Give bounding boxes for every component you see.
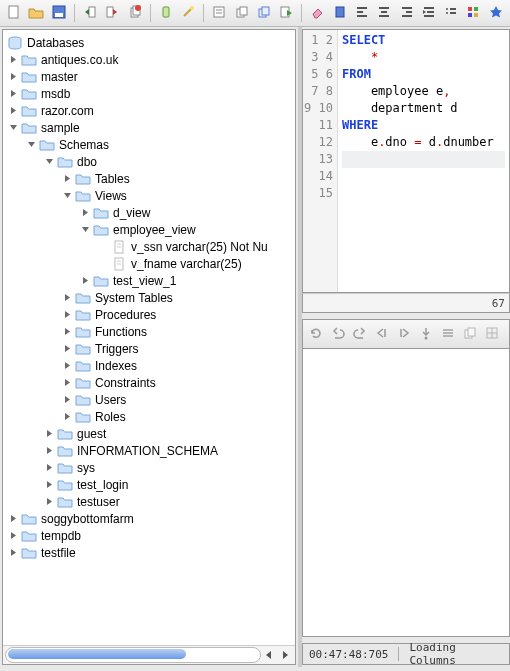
tree-item[interactable]: d_view (79, 204, 295, 221)
open-button[interactable] (26, 2, 46, 24)
disclosure-closed-icon[interactable] (61, 309, 73, 321)
tree-item[interactable]: msdb (7, 85, 295, 102)
code-area[interactable]: SELECT *FROM employee e, department dWHE… (338, 30, 509, 292)
disclosure-closed-icon[interactable] (7, 547, 19, 559)
disclosure-closed-icon[interactable] (43, 445, 55, 457)
results-panel[interactable] (302, 349, 510, 637)
code-line[interactable] (342, 219, 505, 236)
step-into-button[interactable] (417, 325, 435, 343)
copy2-button[interactable] (254, 2, 274, 24)
tree-item[interactable]: Schemas (25, 136, 295, 153)
code-line[interactable]: department d (342, 100, 505, 117)
align-center-button[interactable] (374, 2, 394, 24)
import-right-button[interactable] (102, 2, 122, 24)
tree-item[interactable]: soggybottomfarm (7, 510, 295, 527)
code-line[interactable]: * (342, 49, 505, 66)
code-line[interactable]: FROM (342, 66, 505, 83)
code-line[interactable]: WHERE (342, 117, 505, 134)
disclosure-closed-icon[interactable] (79, 275, 91, 287)
tree-item[interactable]: System Tables (61, 289, 295, 306)
tree-root[interactable]: Databases (7, 34, 295, 51)
disclosure-closed-icon[interactable] (7, 54, 19, 66)
list-button[interactable] (441, 2, 461, 24)
tree-item[interactable]: dbo (43, 153, 295, 170)
disclosure-closed-icon[interactable] (7, 530, 19, 542)
code-line[interactable] (342, 202, 505, 219)
tree-item[interactable]: Procedures (61, 306, 295, 323)
import-left-button[interactable] (80, 2, 100, 24)
tree-item[interactable]: Indexes (61, 357, 295, 374)
disclosure-closed-icon[interactable] (61, 292, 73, 304)
tree-item[interactable]: v_ssn varchar(25) Not Nu (97, 238, 295, 255)
tree-item[interactable]: master (7, 68, 295, 85)
redo-button[interactable] (351, 325, 369, 343)
wand-button[interactable] (178, 2, 198, 24)
disclosure-closed-icon[interactable] (7, 105, 19, 117)
tree-item[interactable]: Functions (61, 323, 295, 340)
tree-item[interactable]: Triggers (61, 340, 295, 357)
disclosure-closed-icon[interactable] (61, 394, 73, 406)
star-button[interactable] (486, 2, 506, 24)
disclosure-closed-icon[interactable] (7, 513, 19, 525)
step-back-button[interactable] (373, 325, 391, 343)
tree-hscroll[interactable] (3, 645, 295, 664)
disclosure-closed-icon[interactable] (61, 411, 73, 423)
code-line[interactable] (342, 253, 505, 270)
step-fwd-button[interactable] (395, 325, 413, 343)
scrollbar-track[interactable] (5, 647, 261, 663)
tree-item[interactable]: guest (43, 425, 295, 442)
code-line[interactable] (342, 151, 505, 168)
tree-item[interactable]: test_view_1 (79, 272, 295, 289)
scroll-right-icon[interactable] (278, 648, 292, 662)
disclosure-open-icon[interactable] (43, 156, 55, 168)
tree-item[interactable]: Users (61, 391, 295, 408)
tree-item[interactable]: sample (7, 119, 295, 136)
disclosure-closed-icon[interactable] (61, 173, 73, 185)
align-right-button[interactable] (396, 2, 416, 24)
disclosure-closed-icon[interactable] (61, 377, 73, 389)
tree-item[interactable]: INFORMATION_SCHEMA (43, 442, 295, 459)
disclosure-closed-icon[interactable] (79, 207, 91, 219)
tree-item[interactable]: v_fname varchar(25) (97, 255, 295, 272)
scroll-left-icon[interactable] (262, 648, 276, 662)
tree-item[interactable]: employee_view (79, 221, 295, 238)
tree-item[interactable]: testfile (7, 544, 295, 561)
tree-item[interactable]: razor.com (7, 102, 295, 119)
code-line[interactable] (342, 168, 505, 185)
disclosure-open-icon[interactable] (7, 122, 19, 134)
book-button[interactable] (330, 2, 350, 24)
new-button[interactable] (4, 2, 24, 24)
tree-item[interactable]: Views (61, 187, 295, 204)
disclosure-closed-icon[interactable] (61, 343, 73, 355)
disclosure-closed-icon[interactable] (43, 479, 55, 491)
code-line[interactable] (342, 236, 505, 253)
rows-button[interactable] (439, 325, 457, 343)
disclosure-closed-icon[interactable] (61, 326, 73, 338)
code-line[interactable] (342, 185, 505, 202)
sql-editor[interactable]: 1 2 3 4 5 6 7 8 9 10 11 12 13 14 15 SELE… (302, 29, 510, 293)
tree-item[interactable]: Constraints (61, 374, 295, 391)
code-line[interactable]: SELECT (342, 32, 505, 49)
tree-item[interactable]: Tables (61, 170, 295, 187)
copy-button[interactable] (231, 2, 251, 24)
tree-item[interactable]: antiques.co.uk (7, 51, 295, 68)
disclosure-open-icon[interactable] (61, 190, 73, 202)
notes-button[interactable] (209, 2, 229, 24)
disclosure-open-icon[interactable] (25, 139, 37, 151)
grid-button[interactable] (483, 325, 501, 343)
tree-item[interactable]: tempdb (7, 527, 295, 544)
tree-item[interactable]: Roles (61, 408, 295, 425)
code-line[interactable]: employee e, (342, 83, 505, 100)
disclosure-closed-icon[interactable] (43, 428, 55, 440)
disclosure-closed-icon[interactable] (43, 462, 55, 474)
undo-button[interactable] (329, 325, 347, 343)
copy-db-button[interactable] (124, 2, 144, 24)
run-button[interactable] (276, 2, 296, 24)
save-button[interactable] (49, 2, 69, 24)
tree-item[interactable]: sys (43, 459, 295, 476)
disclosure-open-icon[interactable] (79, 224, 91, 236)
tree-item[interactable]: testuser (43, 493, 295, 510)
code-line[interactable] (342, 270, 505, 287)
disclosure-closed-icon[interactable] (7, 88, 19, 100)
indent-button[interactable] (419, 2, 439, 24)
